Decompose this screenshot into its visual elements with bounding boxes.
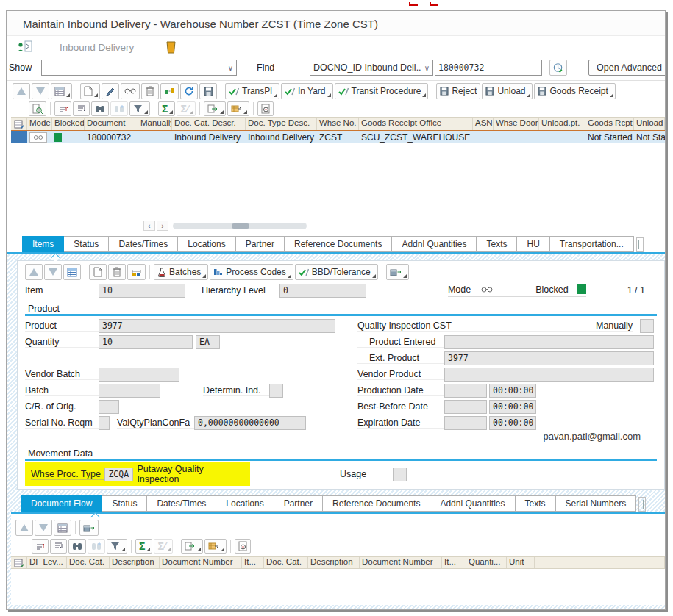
- col-unload-status[interactable]: Unload: [634, 118, 665, 130]
- flow-export-spreadsheet-button[interactable]: [204, 539, 227, 554]
- tab-flow-addnl-quantities[interactable]: Addnl Quantities: [430, 495, 515, 512]
- flow-table-settings-icon[interactable]: [11, 557, 27, 568]
- uom-field[interactable]: EA: [196, 335, 220, 349]
- find-value-input[interactable]: [435, 60, 542, 76]
- block-unblock-button[interactable]: [160, 83, 179, 99]
- flow-find-next-button[interactable]: [88, 539, 105, 554]
- row-down-button[interactable]: [32, 83, 49, 99]
- col-goods-rcpt[interactable]: Goods Rcpt: [585, 118, 634, 130]
- batches-button[interactable]: Batches: [154, 264, 208, 280]
- col-gr-office[interactable]: Goods Receipt Office: [359, 118, 473, 130]
- col-description-1[interactable]: Description: [110, 557, 160, 568]
- find-category-dropdown[interactable]: DOCNO_ID Inbound Deli..∨: [310, 60, 433, 76]
- display-button[interactable]: [121, 83, 140, 99]
- flow-sort-ascending-button[interactable]: [32, 539, 49, 554]
- in-yard-button[interactable]: In Yard: [281, 83, 333, 99]
- best-before-time-field[interactable]: 00:00:00: [489, 400, 536, 414]
- tab-items[interactable]: Items: [22, 236, 64, 252]
- col-unload-pt[interactable]: Unload.pt.: [539, 118, 585, 130]
- ext-product-field[interactable]: 3977: [444, 351, 654, 365]
- batch-field[interactable]: [99, 384, 160, 398]
- col-doc-cat-2[interactable]: Doc. Cat.: [264, 557, 308, 568]
- serial-no-reqm-field[interactable]: [99, 416, 110, 430]
- col-blocked[interactable]: Blocked: [52, 118, 85, 130]
- tab-flow-texts[interactable]: Texts: [515, 495, 556, 512]
- col-description-2[interactable]: Description: [308, 557, 360, 568]
- col-doc-cat-1[interactable]: Doc. Cat.: [67, 557, 110, 568]
- scrollbar-track[interactable]: [173, 223, 307, 229]
- show-dropdown[interactable]: ∨: [41, 60, 237, 76]
- tab-locations[interactable]: Locations: [177, 236, 235, 252]
- item-number-field[interactable]: 10: [99, 284, 185, 298]
- goods-receipt-button[interactable]: Goods Receipt: [534, 83, 615, 99]
- flow-down-button[interactable]: [35, 520, 52, 536]
- pack-button[interactable]: [386, 264, 409, 280]
- quantity-field[interactable]: 10: [99, 335, 193, 349]
- tab-overflow-scroller[interactable]: [636, 237, 644, 252]
- usage-field[interactable]: [393, 468, 407, 481]
- flow-layout-button[interactable]: [54, 520, 71, 536]
- reject-button[interactable]: Reject: [436, 83, 480, 99]
- item-list-button[interactable]: [63, 264, 81, 280]
- flow-up-button[interactable]: [15, 520, 33, 536]
- col-doc-type-desc[interactable]: Doc. Type Desc.: [246, 118, 317, 130]
- scroll-left-button[interactable]: ‹: [143, 221, 155, 231]
- col-df-level[interactable]: DF Lev...: [27, 557, 67, 568]
- col-whse-door[interactable]: Whse Door: [494, 118, 539, 130]
- table-row[interactable]: 180000732 Inbound Delivery Inbound Deliv…: [11, 130, 665, 143]
- row-up-button[interactable]: [13, 83, 30, 99]
- determin-ind-checkbox[interactable]: [269, 384, 283, 398]
- item-down-button[interactable]: [44, 264, 62, 280]
- tab-transportation[interactable]: Transportation...: [549, 236, 634, 252]
- tab-flow-partner[interactable]: Partner: [274, 495, 323, 512]
- product-entered-field[interactable]: [444, 335, 654, 349]
- tab-serial-numbers[interactable]: Serial Numbers: [555, 495, 637, 512]
- tab-partner[interactable]: Partner: [235, 236, 285, 252]
- col-document[interactable]: Document: [85, 118, 138, 130]
- bbd-tolerance-button[interactable]: BBD/Tolerance: [295, 264, 378, 280]
- vendor-product-field[interactable]: [444, 368, 654, 382]
- expiration-time-field[interactable]: 00:00:00: [489, 416, 536, 430]
- tab-hu[interactable]: HU: [516, 236, 549, 252]
- scrollbar-thumb[interactable]: [232, 223, 249, 229]
- flow-sort-descending-button[interactable]: [50, 539, 67, 554]
- export-button[interactable]: [204, 101, 226, 116]
- item-measure-button[interactable]: [127, 264, 146, 280]
- export-spreadsheet-button[interactable]: [227, 101, 249, 116]
- tab-overflow-scroller[interactable]: [638, 497, 646, 512]
- whse-proc-type-field[interactable]: ZCQA: [104, 468, 133, 481]
- tab-texts[interactable]: Texts: [476, 236, 517, 252]
- tab-addnl-quantities[interactable]: Addnl Quantities: [391, 236, 477, 252]
- table-settings-icon[interactable]: [11, 118, 27, 130]
- col-item-1[interactable]: It...: [242, 557, 264, 568]
- transpl-button[interactable]: TransPl: [225, 83, 279, 99]
- flow-subtotal-button[interactable]: Σ⁄: [154, 539, 173, 554]
- flow-print-preview-button[interactable]: [235, 539, 251, 554]
- unload-button[interactable]: Unload: [482, 83, 533, 99]
- tab-flow-status[interactable]: Status: [102, 495, 147, 512]
- start-search-button[interactable]: [549, 60, 567, 76]
- tab-flow-reference-documents[interactable]: Reference Documents: [322, 495, 430, 512]
- process-codes-button[interactable]: Process Codes: [210, 264, 293, 280]
- sort-ascending-button[interactable]: [54, 101, 71, 116]
- col-doc-cat-descr[interactable]: Doc. Cat. Descr.: [172, 118, 246, 130]
- col-quantity[interactable]: Quanti...: [466, 557, 507, 568]
- filter-button[interactable]: [129, 101, 150, 116]
- production-time-field[interactable]: 00:00:00: [489, 384, 536, 398]
- details-button[interactable]: [29, 101, 46, 116]
- valqty-field[interactable]: 0,00000000000000: [194, 416, 306, 430]
- create-button[interactable]: [80, 83, 100, 99]
- tab-flow-locations[interactable]: Locations: [216, 495, 274, 512]
- hierarchy-level-field[interactable]: 0: [279, 284, 366, 298]
- choose-layout-button[interactable]: [51, 83, 72, 99]
- item-create-button[interactable]: [89, 264, 107, 280]
- sort-descending-button[interactable]: [73, 101, 90, 116]
- item-up-button[interactable]: [25, 264, 43, 280]
- flow-find-button[interactable]: [68, 539, 86, 554]
- flow-filter-button[interactable]: [107, 539, 127, 554]
- col-mode[interactable]: Mode: [27, 118, 52, 130]
- manually-checkbox[interactable]: [640, 319, 654, 333]
- cr-of-orig-field[interactable]: [99, 400, 119, 414]
- col-document-number-1[interactable]: Document Number: [160, 557, 242, 568]
- find-button[interactable]: [91, 101, 109, 116]
